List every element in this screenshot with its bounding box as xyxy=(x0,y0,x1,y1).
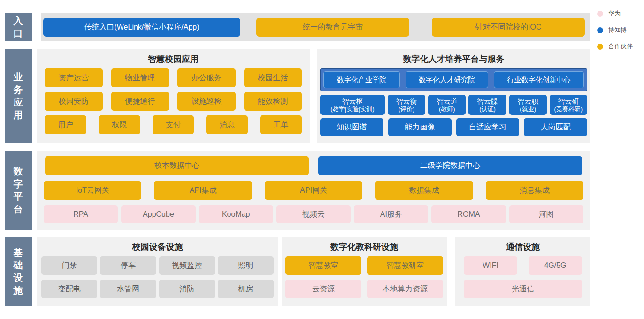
integration-block: 消息集成 xyxy=(486,181,583,200)
data-center-row: 校本数据中心 二级学院数据中心 xyxy=(45,156,582,175)
ai-capability-block: 自适应学习 xyxy=(456,118,520,136)
communication-panel: 通信设施 WIFI 4G/5G 光通信 xyxy=(455,237,590,306)
teaching-research-title: 数字化教科研设施 xyxy=(282,237,447,256)
zhiyun-block: 智云道 (教师) xyxy=(428,95,466,115)
zhiyun-name: 智云牒 xyxy=(477,97,498,106)
campus-equipment-title: 校园设备设施 xyxy=(37,237,278,256)
campus-app-block: 便捷通行 xyxy=(111,92,169,111)
campus-app-block: 办公服务 xyxy=(177,68,236,87)
campus-apps-row-1: 资产运营 物业管理 办公服务 校园生活 xyxy=(45,68,302,87)
campus-app-block: 能效检测 xyxy=(244,92,302,111)
zhiyun-name: 智云枢 xyxy=(342,97,363,106)
equipment-block: 变配电 xyxy=(41,280,97,298)
huawei-color-dot-icon xyxy=(597,11,603,17)
ai-capabilities-row: 知识图谱 能力画像 自适应学习 人岗匹配 xyxy=(320,118,587,136)
network-block: 光通信 xyxy=(464,280,582,298)
campus-equipment-panel: 校园设备设施 门禁 停车 视频监控 照明 变配电 水管网 消防 机房 xyxy=(37,237,278,306)
legend-label: 合作伙伴 xyxy=(608,42,633,51)
huawei-service-block: ROMA xyxy=(431,205,506,223)
institute-block: 数字化产业学院 xyxy=(323,71,400,88)
campus-common-block: 支付 xyxy=(153,115,194,134)
compute-resource-block: 云资源 xyxy=(285,280,361,298)
partner-color-dot-icon xyxy=(597,44,603,50)
teaching-research-panel: 数字化教科研设施 智慧教室 智慧教研室 云资源 本地算力资源 xyxy=(282,237,447,306)
campus-common-block: 工单 xyxy=(260,115,302,134)
band-label-infrastructure: 基础设施 xyxy=(5,237,32,306)
equipment-block: 照明 xyxy=(218,256,274,275)
communication-row-2: 光通信 xyxy=(464,280,582,298)
campus-apps-row-3: 用户 权限 支付 消息 工单 xyxy=(45,115,302,134)
ai-capability-block: 知识图谱 xyxy=(320,118,383,136)
zhiyun-block: 智云枢 (教学|实验|实训) xyxy=(320,95,385,115)
zhiyun-subtitle: (认证) xyxy=(479,106,496,113)
equipment-block: 视频监控 xyxy=(159,256,215,275)
legend-label: 博知博 xyxy=(608,26,627,34)
integration-block: API网关 xyxy=(265,181,362,200)
huawei-service-block: RPA xyxy=(44,205,118,223)
college-data-center-block: 二级学院数据中心 xyxy=(318,156,582,175)
huawei-service-block: 视频云 xyxy=(276,205,351,223)
zhiyun-subtitle: (教学|实验|实训) xyxy=(330,106,374,113)
ai-capability-block: 人岗匹配 xyxy=(524,118,587,136)
huawei-service-block: AppCube xyxy=(121,205,195,223)
institutes-container: 数字化产业学院 数字化人才研究院 行业数字化创新中心 xyxy=(320,68,587,91)
campus-common-block: 消息 xyxy=(206,115,248,134)
equipment-block: 消防 xyxy=(159,280,215,298)
zhiyun-products-row: 智云枢 (教学|实验|实训) 智云衡 (评价) 智云道 (教师) 智云牒 (认证… xyxy=(320,95,587,115)
teaching-row-1: 智慧教室 智慧教研室 xyxy=(285,256,443,275)
integration-block: IoT云网关 xyxy=(44,181,141,200)
equipment-block: 门禁 xyxy=(41,256,97,275)
zhiyun-block: 智云牒 (认证) xyxy=(468,95,506,115)
huawei-service-block: 河图 xyxy=(509,205,583,223)
equipment-row-2: 变配电 水管网 消防 机房 xyxy=(41,280,274,298)
teaching-facility-block: 智慧教室 xyxy=(285,256,361,275)
teaching-row-2: 云资源 本地算力资源 xyxy=(285,280,443,298)
campus-apps-row-2: 校园安防 便捷通行 设施巡检 能效检测 xyxy=(45,92,302,111)
equipment-block: 水管网 xyxy=(100,280,156,298)
entry-band: 传统入口(WeLink/微信小程序/App) 统一的教育元宇宙 针对不同院校的I… xyxy=(41,13,590,41)
legend-item-huawei: 华为 xyxy=(597,10,633,17)
campus-common-block: 用户 xyxy=(45,115,86,134)
zhiyun-subtitle: (评价) xyxy=(399,106,415,113)
talent-platform-title: 数字化人才培养平台与服务 xyxy=(317,49,590,68)
zhiyun-name: 智云衡 xyxy=(396,97,417,106)
network-block: WIFI xyxy=(464,256,517,275)
legend: 华为 博知博 合作伙伴 xyxy=(597,10,633,60)
zhiyun-subtitle: (就业) xyxy=(520,106,536,113)
institute-block: 行业数字化创新中心 xyxy=(494,71,584,88)
smart-campus-architecture-diagram: 入口 业务应用 数字平台 基础设施 传统入口(WeLink/微信小程序/App)… xyxy=(0,0,644,319)
equipment-block: 机房 xyxy=(218,280,274,298)
zhiyun-block: 智云职 (就业) xyxy=(509,95,547,115)
campus-app-block: 设施巡检 xyxy=(177,92,236,111)
equipment-block: 停车 xyxy=(100,256,156,275)
compute-resource-block: 本地算力资源 xyxy=(367,280,443,298)
ai-capability-block: 能力画像 xyxy=(388,118,452,136)
huawei-service-block: AI服务 xyxy=(354,205,428,223)
campus-app-block: 校园安防 xyxy=(45,92,103,111)
campus-common-block: 权限 xyxy=(99,115,140,134)
talent-platform-panel: 数字化人才培养平台与服务 数字化产业学院 数字化人才研究院 行业数字化创新中心 … xyxy=(317,49,590,143)
campus-app-block: 校园生活 xyxy=(244,68,302,87)
school-data-center-block: 校本数据中心 xyxy=(45,156,309,175)
zhiyun-subtitle: (竞赛科研) xyxy=(554,106,583,113)
zhiyun-name: 智云职 xyxy=(517,97,538,106)
network-block: 4G/5G xyxy=(529,256,582,275)
integration-row: IoT云网关 API集成 API网关 数据集成 消息集成 xyxy=(44,181,583,200)
band-label-digital-platform: 数字平台 xyxy=(5,151,32,230)
zhiyun-subtitle: (教师) xyxy=(439,106,455,113)
communication-title: 通信设施 xyxy=(455,237,590,256)
huawei-service-block: KooMap xyxy=(199,205,273,223)
huawei-services-row: RPA AppCube KooMap 视频云 AI服务 ROMA 河图 xyxy=(44,205,583,223)
communication-row-1: WIFI 4G/5G xyxy=(464,256,582,275)
zhiyun-block: 智云衡 (评价) xyxy=(388,95,425,115)
zhiyun-name: 智云研 xyxy=(558,97,579,106)
traditional-entry-block: 传统入口(WeLink/微信小程序/App) xyxy=(43,18,240,37)
equipment-row-1: 门禁 停车 视频监控 照明 xyxy=(41,256,274,275)
legend-item-bozhibo: 博知博 xyxy=(597,27,633,33)
integration-block: API集成 xyxy=(154,181,252,200)
smart-campus-apps-panel: 智慧校园应用 资产运营 物业管理 办公服务 校园生活 校园安防 便捷通行 设施巡… xyxy=(37,49,310,143)
digital-platform-panel: 校本数据中心 二级学院数据中心 IoT云网关 API集成 API网关 数据集成 … xyxy=(37,151,590,230)
legend-label: 华为 xyxy=(608,9,621,18)
zhiyun-block: 智云研 (竞赛科研) xyxy=(550,95,587,115)
ioc-block: 针对不同院校的IOC xyxy=(432,18,585,37)
